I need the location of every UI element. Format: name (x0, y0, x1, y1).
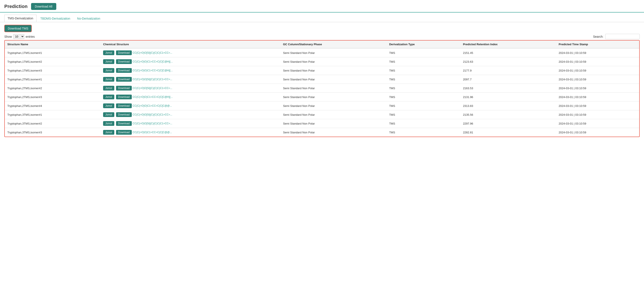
entries-select[interactable]: 10 5 25 50 100 (13, 34, 24, 39)
cell-gc-column: Semi Standard Non Polar (280, 75, 386, 84)
cell-name: Tryptophan,2TMS,isomer#1 (5, 75, 100, 84)
jsmol-button[interactable]: Jsmol (103, 112, 114, 117)
cell-retention-index: 2151.45 (460, 48, 556, 57)
tab-tms[interactable]: TMS-Derivatization (4, 15, 36, 22)
cell-name: Tryptophan,2TMS,isomer#3 (5, 93, 100, 101)
download-row-button[interactable]: Download (116, 86, 132, 90)
cell-timestamp: 2024-03-01 | 03:10:59 (556, 93, 639, 101)
page-title: Prediction (4, 4, 28, 9)
cell-deriv-type: TMS (386, 84, 460, 93)
table-row: Tryptophan,2TMS,isomer#4 Jsmol Download … (5, 101, 639, 110)
entries-label: entries (26, 35, 35, 38)
download-row-button[interactable]: Download (116, 77, 132, 82)
col-structure-name: Structure Name (5, 40, 100, 48)
cell-buttons: Jsmol Download CC(C(=O)O)C1=CC=C(C[C@H](… (100, 57, 280, 66)
cell-gc-column: Semi Standard Non Polar (280, 57, 386, 66)
download-row-button[interactable]: Download (116, 103, 132, 108)
cell-name: Tryptophan,2TMS,isomer#4 (5, 101, 100, 110)
cell-timestamp: 2024-03-01 | 03:10:59 (556, 66, 639, 75)
download-tms-button[interactable]: Download TMS (4, 25, 32, 32)
jsmol-button[interactable]: Jsmol (103, 68, 114, 73)
jsmol-button[interactable]: Jsmol (103, 103, 114, 108)
cell-gc-column: Semi Standard Non Polar (280, 101, 386, 110)
cell-retention-index: 2313.83 (460, 101, 556, 110)
cell-timestamp: 2024-03-01 | 03:10:59 (556, 48, 639, 57)
col-deriv-type: Derivatization Type (386, 40, 460, 48)
jsmol-button[interactable]: Jsmol (103, 86, 114, 90)
jsmol-button[interactable]: Jsmol (103, 130, 114, 135)
cell-timestamp: 2024-03-01 | 03:10:59 (556, 75, 639, 84)
show-label: Show (4, 35, 12, 38)
download-row-button[interactable]: Download (116, 130, 132, 135)
table-wrapper: Structure Name Chemical Structure GC Col… (0, 40, 644, 141)
cell-retention-index: 2123.63 (460, 57, 556, 66)
page-header: Prediction Download All (0, 0, 644, 12)
cell-buttons: Jsmol Download CC(C(=O)O[Si](C)(C)C)C1=C… (100, 48, 280, 57)
jsmol-button[interactable]: Jsmol (103, 121, 114, 126)
search-input[interactable] (605, 34, 640, 39)
col-gc-column: GC Column/Stationary Phase (280, 40, 386, 48)
chem-link[interactable]: CC(C(=O)O)C1=CC=C(C[C@H](... (133, 69, 173, 72)
cell-gc-column: Semi Standard Non Polar (280, 48, 386, 57)
tab-tbdms[interactable]: TBDMS-Derivatization (37, 15, 73, 22)
jsmol-button[interactable]: Jsmol (103, 50, 114, 55)
show-entries-row: Show 10 5 25 50 100 entries (4, 34, 35, 39)
cell-buttons: Jsmol Download CC(C(=O)O)C1=CC=C(C[C@@..… (100, 101, 280, 110)
results-table: Structure Name Chemical Structure GC Col… (5, 40, 639, 137)
chem-link[interactable]: CC(C(=O)O[Si](C)(C)C)C1=CC=... (133, 78, 172, 81)
jsmol-button[interactable]: Jsmol (103, 77, 114, 82)
chem-link[interactable]: CC(C(=O)O)C1=CC=C(C[C@@... (133, 104, 172, 107)
chem-link[interactable]: CC(C(=O)O)C1=CC=C(C[C@H](... (133, 60, 173, 63)
table-row: Tryptophan,3TMS,isomer#3 Jsmol Download … (5, 128, 639, 137)
cell-deriv-type: TMS (386, 75, 460, 84)
cell-name: Tryptophan,1TMS,isomer#2 (5, 57, 100, 66)
cell-timestamp: 2024-03-01 | 03:10:59 (556, 101, 639, 110)
search-area: Search: (593, 34, 640, 39)
table-row: Tryptophan,2TMS,isomer#2 Jsmol Download … (5, 84, 639, 93)
cell-buttons: Jsmol Download CC(C(=O)O[Si](C)(C)C)C1=C… (100, 119, 280, 128)
table-row: Tryptophan,2TMS,isomer#1 Jsmol Download … (5, 75, 639, 84)
cell-deriv-type: TMS (386, 128, 460, 137)
cell-retention-index: 2297.96 (460, 119, 556, 128)
tab-bar: TMS-Derivatization TBDMS-Derivatization … (0, 12, 644, 22)
download-row-button[interactable]: Download (116, 50, 132, 55)
cell-timestamp: 2024-03-01 | 03:10:59 (556, 57, 639, 66)
cell-timestamp: 2024-03-01 | 03:10:59 (556, 110, 639, 119)
download-row-button[interactable]: Download (116, 112, 132, 117)
cell-timestamp: 2024-03-01 | 03:10:59 (556, 119, 639, 128)
chem-link[interactable]: CC(C(=O)O)C1=CC=C(C[C@@... (133, 131, 172, 134)
download-row-button[interactable]: Download (116, 68, 132, 73)
cell-name: Tryptophan,2TMS,isomer#2 (5, 84, 100, 93)
chem-link[interactable]: CC(C(=O)O[Si](C)(C)C)C1=CC=... (133, 122, 172, 125)
col-retention-index: Predicted Retention Index (460, 40, 556, 48)
cell-buttons: Jsmol Download CC(C(=O)O[Si](C)(C)C)C1=C… (100, 75, 280, 84)
table-header-row: Structure Name Chemical Structure GC Col… (5, 40, 639, 48)
tab-no-deriv[interactable]: No-Derivatization (74, 15, 103, 22)
table-row: Tryptophan,3TMS,isomer#2 Jsmol Download … (5, 119, 639, 128)
cell-name: Tryptophan,1TMS,isomer#3 (5, 66, 100, 75)
cell-timestamp: 2024-03-01 | 03:10:59 (556, 128, 639, 137)
cell-gc-column: Semi Standard Non Polar (280, 110, 386, 119)
chem-link[interactable]: CC(C(=O)O[Si](C)(C)C)C1=CC=... (133, 87, 172, 90)
cell-retention-index: 2177.9 (460, 66, 556, 75)
download-row-button[interactable]: Download (116, 59, 132, 64)
jsmol-button[interactable]: Jsmol (103, 59, 114, 64)
cell-buttons: Jsmol Download CC(C(=O)O[Si](C)(C)C)C1=C… (100, 84, 280, 93)
table-row: Tryptophan,1TMS,isomer#3 Jsmol Download … (5, 66, 639, 75)
cell-retention-index: 2131.96 (460, 93, 556, 101)
cell-deriv-type: TMS (386, 57, 460, 66)
chem-link[interactable]: CC(C(=O)O[Si](C)(C)C)C1=CC=... (133, 51, 172, 54)
cell-retention-index: 2282.81 (460, 128, 556, 137)
chem-link[interactable]: CC(C(=O)O[Si](C)(C)C)C1=CC=... (133, 113, 172, 116)
download-row-button[interactable]: Download (116, 121, 132, 126)
cell-deriv-type: TMS (386, 101, 460, 110)
cell-name: Tryptophan,1TMS,isomer#1 (5, 48, 100, 57)
chem-link[interactable]: CC(C(=O)O)C1=CC=C(C[C@H](... (133, 95, 173, 98)
table-row: Tryptophan,1TMS,isomer#2 Jsmol Download … (5, 57, 639, 66)
col-chemical-structure: Chemical Structure (100, 40, 280, 48)
download-row-button[interactable]: Download (116, 95, 132, 99)
download-all-button[interactable]: Download All (31, 3, 56, 10)
table-row: Tryptophan,2TMS,isomer#3 Jsmol Download … (5, 93, 639, 101)
jsmol-button[interactable]: Jsmol (103, 95, 114, 99)
cell-gc-column: Semi Standard Non Polar (280, 128, 386, 137)
